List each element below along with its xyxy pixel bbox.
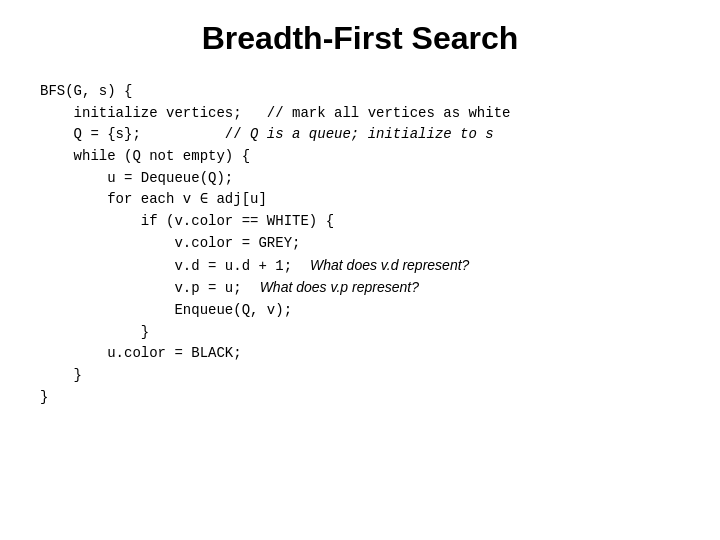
code-line-6: if (v.color == WHITE) { [40,211,680,233]
code-line-9: v.p = u; What does v.p represent? [40,277,680,300]
code-line-12: u.color = BLACK; [40,343,680,365]
page-title: Breadth-First Search [40,20,680,57]
code-line-14: } [40,387,680,409]
code-line-10: Enqueue(Q, v); [40,300,680,322]
code-line-0: BFS(G, s) { [40,81,680,103]
code-line-5: for each v ∈ adj[u] [40,189,680,211]
code-line-4: u = Dequeue(Q); [40,168,680,190]
code-line-11: } [40,322,680,344]
code-line-8: v.d = u.d + 1; What does v.d represent? [40,255,680,278]
annotation-vp: What does v.p represent? [260,277,419,299]
code-line-13: } [40,365,680,387]
code-line-1: initialize vertices; // mark all vertice… [40,103,680,125]
code-line-3: while (Q not empty) { [40,146,680,168]
code-line-2: Q = {s}; // Q is a queue; initialize to … [40,124,680,146]
code-line-7: v.color = GREY; [40,233,680,255]
code-block: BFS(G, s) { initialize vertices; // mark… [40,81,680,408]
annotation-vd: What does v.d represent? [310,255,469,277]
page: Breadth-First Search BFS(G, s) { initial… [0,0,720,540]
